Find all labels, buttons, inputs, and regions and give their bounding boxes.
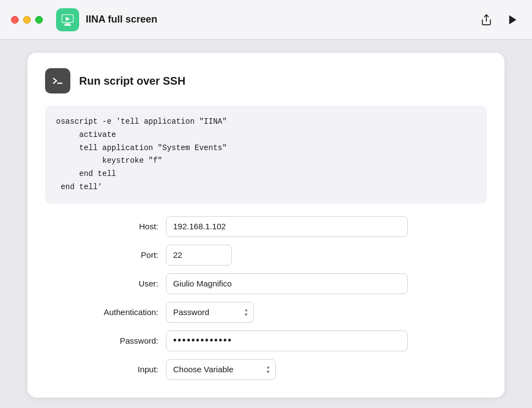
code-block: osascript -e 'tell application "IINA" ac…	[45, 106, 487, 204]
user-row: User:	[45, 273, 487, 294]
close-button[interactable]	[11, 16, 19, 24]
titlebar-actions	[478, 12, 521, 28]
auth-select[interactable]: Password Key Certificate	[166, 302, 254, 323]
port-input[interactable]	[166, 245, 232, 266]
user-label: User:	[45, 279, 166, 288]
port-label: Port:	[45, 250, 166, 260]
port-row: Port:	[45, 245, 487, 266]
play-button[interactable]	[505, 12, 521, 28]
window-title: IINA full screen	[86, 14, 157, 25]
traffic-lights	[11, 16, 43, 24]
svg-rect-7	[51, 74, 65, 88]
host-input[interactable]	[166, 216, 408, 237]
auth-label: Authentication:	[45, 307, 166, 317]
input-select[interactable]: Choose Variable	[166, 359, 276, 380]
input-label: Input:	[45, 365, 166, 374]
card-header: Run script over SSH	[45, 68, 487, 93]
password-label: Password:	[45, 336, 166, 345]
monitor-icon	[60, 13, 75, 27]
input-row: Input: Choose Variable ▲ ▼	[45, 359, 487, 380]
auth-select-wrapper: Password Key Certificate ▲ ▼	[166, 302, 254, 323]
host-row: Host:	[45, 216, 487, 237]
svg-rect-1	[65, 23, 70, 24]
main-content: Run script over SSH osascript -e 'tell a…	[0, 40, 532, 408]
password-row: Password:	[45, 330, 487, 351]
card: Run script over SSH osascript -e 'tell a…	[27, 53, 505, 398]
svg-marker-6	[509, 15, 517, 24]
auth-row: Authentication: Password Key Certificate…	[45, 302, 487, 323]
terminal-icon	[51, 74, 65, 88]
maximize-button[interactable]	[35, 16, 43, 24]
password-input[interactable]	[166, 330, 408, 351]
minimize-button[interactable]	[23, 16, 31, 24]
svg-rect-2	[64, 24, 71, 25]
card-title: Run script over SSH	[79, 75, 185, 87]
titlebar: IINA full screen	[0, 0, 532, 40]
form-rows: Host: Port: User: Authentication: Passwo…	[45, 216, 487, 380]
share-button[interactable]	[478, 12, 495, 28]
input-select-wrapper: Choose Variable ▲ ▼	[166, 359, 276, 380]
app-icon	[56, 8, 79, 31]
host-label: Host:	[45, 222, 166, 231]
user-input[interactable]	[166, 273, 408, 294]
card-icon	[45, 68, 70, 93]
